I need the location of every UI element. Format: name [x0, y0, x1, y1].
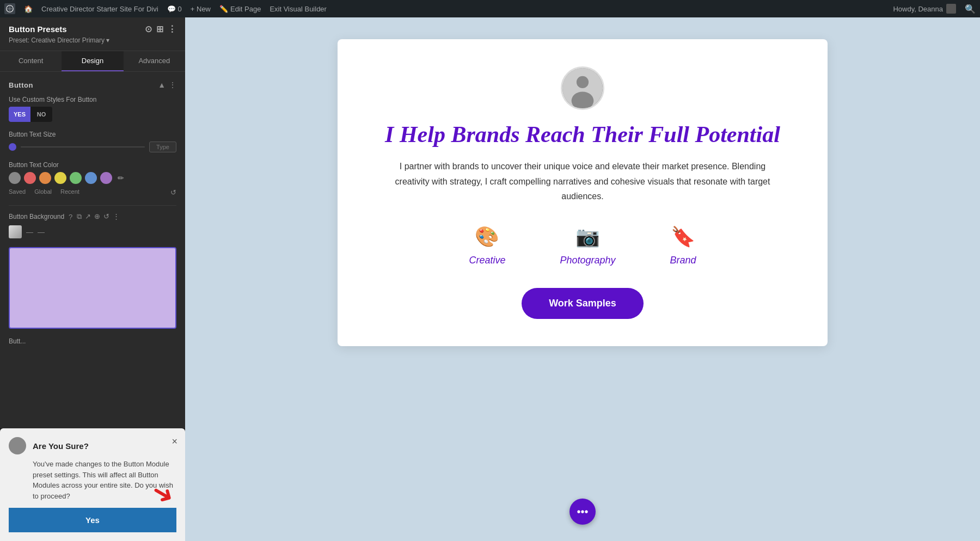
text-size-label: Button Text Size [9, 131, 176, 138]
left-panel: Button Presets ⊙ ⊞ ⋮ Preset: Creative Di… [0, 17, 185, 541]
tab-advanced[interactable]: Advanced [124, 51, 185, 71]
admin-bar-edit-page[interactable]: ✏️ Edit Page [219, 5, 261, 13]
brand-icon: 🔖 [671, 225, 695, 248]
text-size-slider-track[interactable] [21, 146, 145, 147]
panel-title-text: Button Presets [9, 24, 67, 34]
hero-subtitle: I partner with brands to uncover their u… [392, 159, 773, 204]
admin-bar-howdy: Howdy, Deanna [893, 4, 956, 14]
svg-point-2 [577, 76, 589, 88]
creative-icon: 🎨 [475, 225, 499, 248]
text-size-slider-thumb [9, 143, 16, 151]
text-size-input[interactable] [149, 142, 176, 152]
other-field-label: Butt... [9, 337, 176, 345]
button-section-title: Button [9, 81, 33, 89]
admin-bar-comments[interactable]: 💬 0 [167, 5, 182, 13]
service-photography: 📷 Photography [560, 225, 615, 266]
text-color-label: Button Text Color [9, 161, 176, 169]
bg-separator: — [26, 228, 33, 236]
swatch-yellow[interactable] [54, 172, 66, 184]
bg-copy-icon[interactable]: ⧉ [77, 212, 82, 221]
bg-gradient-picker[interactable] [9, 225, 22, 238]
toggle-no[interactable]: NO [30, 107, 52, 122]
text-color-field: Button Text Color ✏ Saved Global Recent … [9, 161, 176, 196]
admin-bar-site-title[interactable]: Creative Director Starter Site For Divi [41, 5, 158, 13]
dialog-title-row: Are You Sure? [9, 437, 176, 454]
panel-tabs: Content Design Advanced [0, 51, 185, 72]
fab-button[interactable]: ••• [569, 499, 596, 525]
service-brand: 🔖 Brand [670, 225, 696, 266]
panel-subtitle[interactable]: Preset: Creative Director Primary ▾ [9, 36, 176, 44]
color-tab-global[interactable]: Global [34, 188, 52, 196]
panel-more-icon[interactable]: ⋮ [168, 24, 176, 34]
brand-label: Brand [670, 255, 696, 266]
tab-content[interactable]: Content [0, 51, 62, 71]
services-row: 🎨 Creative 📷 Photography 🔖 Brand [381, 225, 784, 266]
page-card: I Help Brands Reach Their Full Potential… [338, 39, 828, 346]
admin-bar: 🏠 Creative Director Starter Site For Div… [0, 0, 980, 17]
color-tabs: Saved Global Recent ↺ [9, 188, 176, 196]
color-picker-icon[interactable]: ✏ [118, 174, 124, 182]
bg-label-text: Button Background [9, 213, 64, 220]
photography-label: Photography [560, 255, 615, 266]
swatch-green[interactable] [70, 172, 82, 184]
toggle-yes[interactable]: YES [9, 107, 30, 122]
fab-dots: ••• [577, 506, 588, 518]
bg-controls: — — [9, 225, 176, 238]
panel-focus-icon[interactable]: ⊙ [145, 24, 152, 34]
admin-bar-site-icon[interactable]: 🏠 [24, 5, 33, 13]
svg-point-3 [572, 91, 594, 109]
service-creative: 🎨 Creative [469, 225, 505, 266]
custom-styles-label: Use Custom Styles For Button [9, 96, 176, 103]
bg-pin-icon[interactable]: ⊕ [94, 212, 100, 221]
creative-label: Creative [469, 255, 505, 266]
color-swatches: ✏ [9, 172, 176, 184]
profile-avatar [561, 66, 604, 110]
dialog-body-text: You've made changes to the Button Module… [9, 459, 176, 501]
bg-opacity-dash: — [38, 228, 45, 236]
wp-logo-icon[interactable] [4, 3, 15, 14]
button-section-header: Button ▲ ⋮ [9, 81, 176, 89]
color-tab-saved[interactable]: Saved [9, 188, 26, 196]
admin-bar-search-icon[interactable]: 🔍 [965, 4, 976, 14]
dialog-buttons: Yes [9, 508, 176, 532]
profile-avatar-image [562, 68, 603, 108]
confirm-dialog: × Are You Sure? You've made changes to t… [0, 428, 185, 541]
dialog-close-button[interactable]: × [171, 436, 177, 447]
photography-icon: 📷 [575, 225, 600, 248]
bg-link-icon[interactable]: ↗ [85, 212, 91, 221]
swatch-orange[interactable] [39, 172, 51, 184]
admin-avatar [946, 4, 956, 14]
bg-reset-icon[interactable]: ↺ [103, 212, 109, 221]
bg-help-icon[interactable]: ? [69, 213, 72, 221]
right-content-area: I Help Brands Reach Their Full Potential… [185, 17, 980, 541]
dialog-avatar [9, 437, 26, 454]
bg-more-icon[interactable]: ⋮ [113, 212, 120, 221]
panel-grid-icon[interactable]: ⊞ [156, 24, 163, 34]
admin-bar-new[interactable]: + New [191, 5, 211, 13]
section-collapse-icon[interactable]: ▲ [158, 81, 166, 89]
cta-button[interactable]: Work Samples [522, 288, 644, 319]
dialog-overlay: × Are You Sure? You've made changes to t… [0, 428, 185, 541]
dialog-title-text: Are You Sure? [33, 441, 89, 451]
color-reset-icon[interactable]: ↺ [170, 188, 176, 196]
button-preview-box [9, 247, 176, 329]
button-background-field: Button Background ? ⧉ ↗ ⊕ ↺ ⋮ — — [9, 212, 176, 238]
swatch-red[interactable] [24, 172, 36, 184]
custom-styles-field: Use Custom Styles For Button YES NO [9, 96, 176, 122]
swatch-blue[interactable] [85, 172, 97, 184]
color-tab-recent[interactable]: Recent [60, 188, 79, 196]
swatch-gray[interactable] [9, 172, 21, 184]
tab-design[interactable]: Design [62, 51, 123, 71]
hero-title: I Help Brands Reach Their Full Potential [381, 121, 784, 148]
swatch-purple[interactable] [100, 172, 112, 184]
custom-styles-toggle[interactable]: YES NO [9, 107, 52, 122]
dialog-confirm-button[interactable]: Yes [9, 508, 176, 532]
section-options-icon[interactable]: ⋮ [169, 81, 176, 89]
panel-header: Button Presets ⊙ ⊞ ⋮ Preset: Creative Di… [0, 17, 185, 51]
admin-bar-exit-builder[interactable]: Exit Visual Builder [270, 5, 327, 13]
text-size-field: Button Text Size [9, 131, 176, 152]
